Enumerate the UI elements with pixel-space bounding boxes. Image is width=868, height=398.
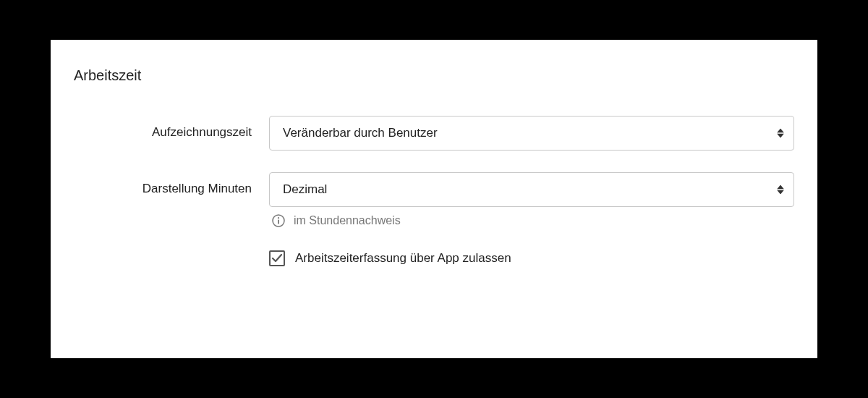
control-recording-time: Veränderbar durch Benutzer — [269, 116, 794, 151]
select-wrap-minutes-display: Dezimal — [269, 172, 794, 207]
svg-point-5 — [278, 217, 279, 219]
settings-panel: Arbeitszeit Aufzeichnungszeit Veränderba… — [51, 40, 817, 358]
section-title: Arbeitszeit — [74, 67, 794, 84]
select-minutes-display[interactable]: Dezimal — [269, 172, 794, 207]
checkmark-icon — [272, 254, 282, 263]
row-allow-app: Arbeitszeiterfassung über App zulassen — [269, 250, 794, 266]
control-minutes-display: Dezimal im Stundennachweis — [269, 172, 794, 266]
row-minutes-display: Darstellung Minuten Dezimal im Stundenn — [74, 172, 794, 266]
label-minutes-display: Darstellung Minuten — [74, 172, 269, 196]
hint-text-minutes-display: im Stundennachweis — [294, 214, 401, 227]
label-recording-time: Aufzeichnungszeit — [74, 116, 269, 140]
select-recording-time[interactable]: Veränderbar durch Benutzer — [269, 116, 794, 151]
info-icon — [272, 214, 285, 227]
label-allow-app[interactable]: Arbeitszeiterfassung über App zulassen — [295, 251, 511, 266]
row-recording-time: Aufzeichnungszeit Veränderbar durch Benu… — [74, 116, 794, 151]
checkbox-allow-app[interactable] — [269, 250, 285, 266]
svg-rect-6 — [278, 220, 279, 224]
select-wrap-recording-time: Veränderbar durch Benutzer — [269, 116, 794, 151]
hint-minutes-display: im Stundennachweis — [269, 214, 794, 227]
